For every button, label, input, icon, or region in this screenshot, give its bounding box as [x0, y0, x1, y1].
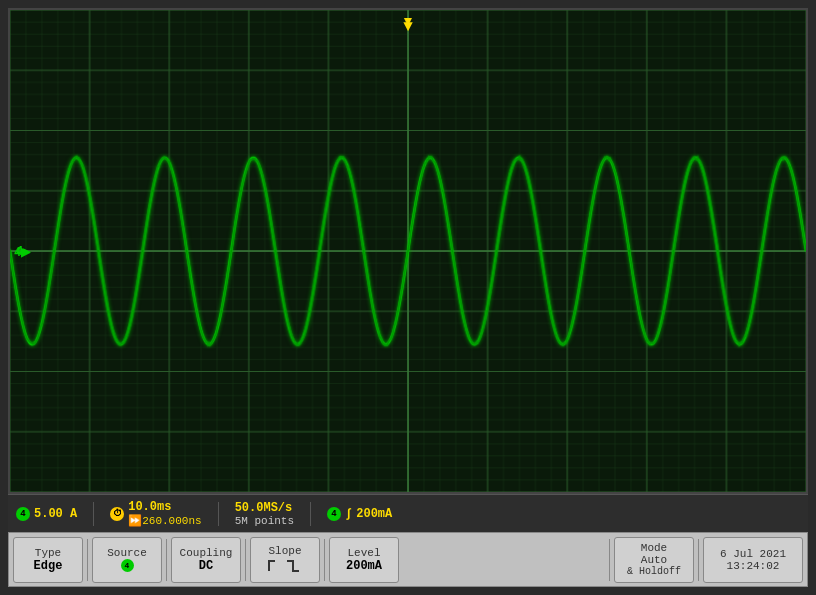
- btn-divider-4: [324, 539, 325, 581]
- ch4-volts-value: 5.00 A: [34, 507, 77, 521]
- timebase-status: ⏱ 10.0ms ⏩260.000ns: [110, 500, 201, 527]
- date-value: 6 Jul 2021: [720, 548, 786, 560]
- slope-value: [267, 557, 303, 575]
- ch4-dot: 4: [16, 507, 30, 521]
- trig-ch-dot: 4: [327, 507, 341, 521]
- type-label: Type: [35, 547, 61, 559]
- type-value: Edge: [34, 559, 63, 573]
- trigger-status: 4 ∫ 200mA: [327, 507, 392, 521]
- slope-button[interactable]: Slope: [250, 537, 320, 583]
- sample-block: 50.0MS/s 5M points: [235, 501, 294, 527]
- level-button[interactable]: Level 200mA: [329, 537, 399, 583]
- type-button[interactable]: Type Edge: [13, 537, 83, 583]
- trig-slope-icon: ∫: [345, 507, 352, 521]
- status-bar: 4 5.00 A ⏱ 10.0ms ⏩260.000ns 50.0MS/s 5M…: [8, 494, 808, 532]
- btn-divider-6: [698, 539, 699, 581]
- level-value: 200mA: [346, 559, 382, 573]
- trig-level-value: 200mA: [356, 507, 392, 521]
- mode-label: Mode: [641, 542, 667, 554]
- holdoff-label: & Holdoff: [627, 566, 681, 577]
- ch1-indicator: 4▶: [16, 244, 30, 259]
- trigger-indicator: ▼: [403, 18, 413, 36]
- coupling-button[interactable]: Coupling DC: [171, 537, 241, 583]
- datetime-display: 6 Jul 2021 13:24:02: [703, 537, 803, 583]
- source-value-wrap: 4: [121, 559, 134, 572]
- btn-divider-3: [245, 539, 246, 581]
- mode-auto-value: Auto: [641, 554, 667, 566]
- coupling-label: Coupling: [180, 547, 233, 559]
- level-label: Level: [347, 547, 380, 559]
- mode-button[interactable]: Mode Auto & Holdoff: [614, 537, 694, 583]
- oscilloscope: ▼ 4▶ 4 5.00 A ⏱ 10.0ms ⏩260.000ns 50.0MS…: [0, 0, 816, 595]
- coupling-value: DC: [199, 559, 213, 573]
- ch4-voltage-status: 4 5.00 A: [16, 507, 77, 521]
- sample-rate-status: 50.0MS/s 5M points: [235, 501, 294, 527]
- slope-icon: [267, 557, 303, 575]
- time-value: 13:24:02: [727, 560, 780, 572]
- timebase-value: 10.0ms: [128, 500, 171, 514]
- slope-label: Slope: [268, 545, 301, 557]
- timebase-dot: ⏱: [110, 507, 124, 521]
- time-offset-value: ⏩260.000ns: [128, 514, 201, 527]
- waveform-canvas: [10, 10, 806, 492]
- source-button[interactable]: Source 4: [92, 537, 162, 583]
- time-status-block: 10.0ms ⏩260.000ns: [128, 500, 201, 527]
- btn-divider-2: [166, 539, 167, 581]
- btn-divider-5: [609, 539, 610, 581]
- source-ch-dot: 4: [121, 559, 134, 572]
- divider-3: [310, 502, 311, 526]
- btn-divider-1: [87, 539, 88, 581]
- divider-1: [93, 502, 94, 526]
- bottom-control-bar: Type Edge Source 4 Coupling DC Slope: [8, 532, 808, 587]
- sample-rate-value: 50.0MS/s: [235, 501, 293, 515]
- source-label: Source: [107, 547, 147, 559]
- divider-2: [218, 502, 219, 526]
- mem-depth-value: 5M points: [235, 515, 294, 527]
- oscilloscope-screen: ▼ 4▶: [8, 8, 808, 494]
